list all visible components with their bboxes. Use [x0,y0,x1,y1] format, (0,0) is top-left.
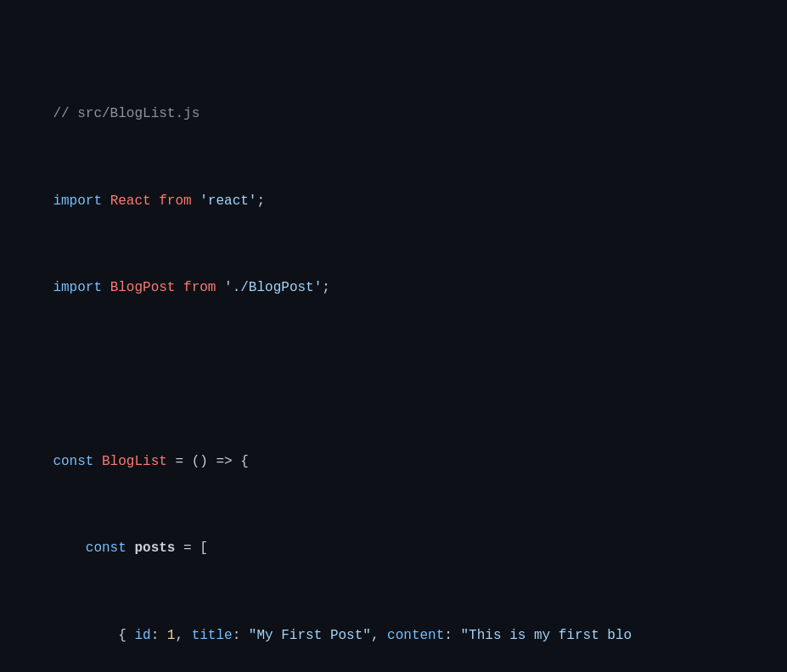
code-line-2: import React from 'react'; [20,169,767,191]
const-bloglist: BlogList [102,454,175,469]
code-line-1: // src/BlogList.js [20,82,767,104]
keyword-import-1: import [53,193,110,209]
semi-2: ; [322,280,330,295]
semi-1: ; [256,193,265,209]
comma-1: , [175,628,191,643]
code-line-4: const BlogList = () => { [20,429,767,451]
code-line-3: import BlogPost from './BlogPost'; [20,256,767,278]
keyword-import-2: import [53,280,110,295]
string-blogpost: './BlogPost' [224,280,322,295]
colon-3: : [444,628,460,643]
code-line-6: { id: 1, title: "My First Post", content… [20,603,767,625]
string-content-1: "This is my first blo [461,628,632,643]
component-blogpost: BlogPost [110,280,183,295]
code-line-5: const posts = [ [20,517,767,539]
prop-id-1: id [134,628,150,643]
keyword-from-1: from [159,193,200,209]
component-react: React [110,193,160,209]
colon-1: : [151,628,167,643]
posts-var: posts = [ [134,540,207,556]
prop-content-1: content [387,628,444,643]
number-1: 1 [167,628,176,643]
string-react: 'react' [200,193,256,209]
code-editor: // src/BlogList.js import React from 're… [0,0,787,672]
comma-2: , [371,628,387,643]
blank-line-1 [20,343,767,365]
comment-token: // src/BlogList.js [53,106,200,121]
colon-2: : [233,628,249,643]
keyword-const-2: const [86,540,135,556]
equals-1: = () => { [175,454,248,469]
indent-1 [53,540,85,556]
keyword-from-2: from [183,280,224,295]
indent-2: { [53,628,134,643]
prop-title-1: title [192,628,233,643]
string-title-1: "My First Post" [249,628,371,643]
keyword-const-1: const [53,454,102,469]
